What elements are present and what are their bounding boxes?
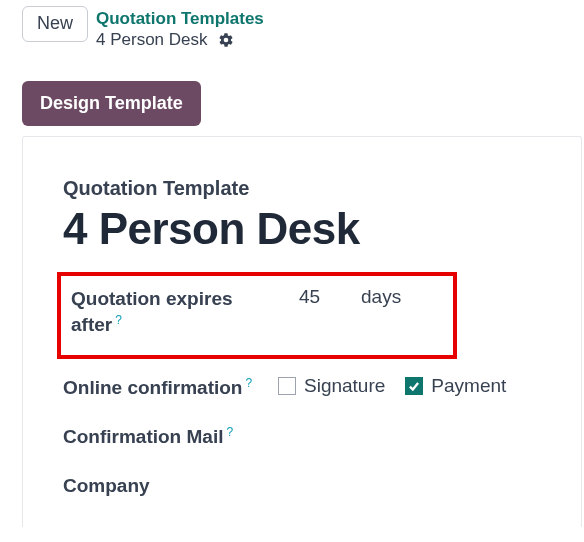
online-confirmation-row: Online confirmation? Signature Payment: [63, 375, 581, 402]
design-template-button[interactable]: Design Template: [22, 81, 201, 126]
expires-unit: days: [341, 286, 401, 308]
breadcrumb-current: 4 Person Desk: [96, 29, 264, 50]
gear-icon[interactable]: [218, 32, 234, 48]
topbar: New Quotation Templates 4 Person Desk: [0, 0, 584, 51]
company-label: Company: [63, 473, 278, 500]
payment-label[interactable]: Payment: [431, 375, 506, 397]
confirmation-mail-row: Confirmation Mail?: [63, 424, 581, 451]
highlight-box: Quotation expires after? 45 days: [57, 272, 457, 360]
confirmation-mail-label: Confirmation Mail?: [63, 424, 278, 451]
expires-value[interactable]: 45: [271, 286, 341, 308]
breadcrumb-parent-link[interactable]: Quotation Templates: [96, 8, 264, 29]
expires-label: Quotation expires after?: [71, 286, 271, 340]
help-icon[interactable]: ?: [226, 425, 233, 439]
help-icon[interactable]: ?: [245, 376, 252, 390]
online-confirmation-label-text: Online confirmation: [63, 377, 242, 398]
confirmation-mail-label-text: Confirmation Mail: [63, 426, 223, 447]
company-label-text: Company: [63, 475, 150, 496]
form-sheet: Quotation Template 4 Person Desk Quotati…: [22, 136, 582, 528]
payment-option: Payment: [405, 375, 506, 397]
record-title[interactable]: 4 Person Desk: [63, 204, 581, 254]
confirmation-checks: Signature Payment: [278, 375, 506, 397]
company-row: Company: [63, 473, 581, 500]
expires-label-text: Quotation expires after: [71, 288, 233, 336]
payment-checkbox[interactable]: [405, 377, 423, 395]
signature-checkbox[interactable]: [278, 377, 296, 395]
help-icon[interactable]: ?: [115, 313, 122, 327]
online-confirmation-label: Online confirmation?: [63, 375, 278, 402]
signature-option: Signature: [278, 375, 385, 397]
signature-label[interactable]: Signature: [304, 375, 385, 397]
breadcrumb: Quotation Templates 4 Person Desk: [96, 6, 264, 51]
breadcrumb-current-label: 4 Person Desk: [96, 29, 208, 50]
new-button[interactable]: New: [22, 6, 88, 42]
section-label: Quotation Template: [63, 177, 581, 200]
